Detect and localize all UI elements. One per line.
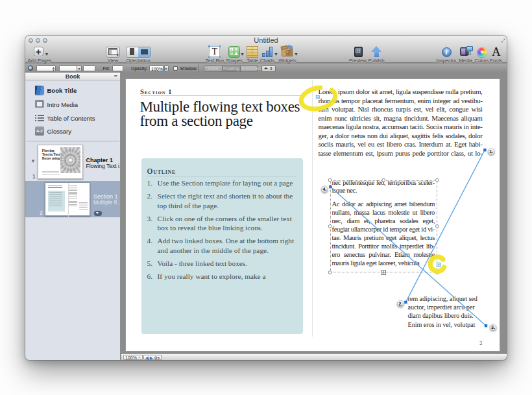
svg-text:2.: 2. (398, 302, 402, 306)
svg-text:3.: 3. (491, 325, 495, 329)
svg-text:4.: 4. (322, 187, 326, 191)
svg-text:1.: 1. (489, 149, 493, 154)
